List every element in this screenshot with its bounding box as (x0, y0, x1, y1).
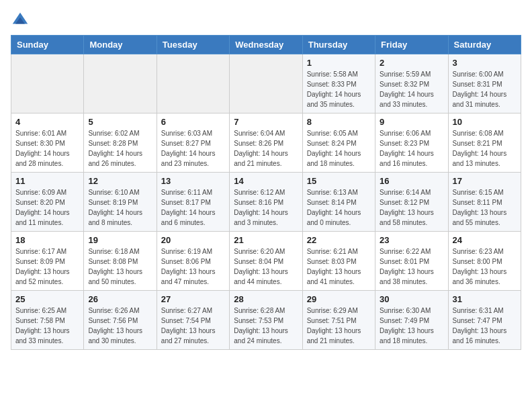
day-info: Sunrise: 6:00 AM Sunset: 8:31 PM Dayligh… (453, 69, 517, 109)
calendar-week-row: 18Sunrise: 6:17 AM Sunset: 8:09 PM Dayli… (11, 232, 521, 291)
calendar-cell: 3Sunrise: 6:00 AM Sunset: 8:31 PM Daylig… (448, 54, 521, 113)
header-tuesday: Tuesday (157, 36, 229, 54)
calendar-cell: 12Sunrise: 6:10 AM Sunset: 8:19 PM Dayli… (84, 173, 157, 232)
calendar-cell (157, 54, 229, 113)
calendar-cell: 26Sunrise: 6:26 AM Sunset: 7:56 PM Dayli… (84, 291, 157, 350)
calendar-cell: 10Sunrise: 6:08 AM Sunset: 8:21 PM Dayli… (448, 113, 521, 173)
day-info: Sunrise: 6:13 AM Sunset: 8:14 PM Dayligh… (307, 187, 371, 228)
day-number: 17 (453, 176, 517, 186)
header-thursday: Thursday (302, 36, 375, 54)
day-info: Sunrise: 6:19 AM Sunset: 8:06 PM Dayligh… (161, 246, 225, 287)
day-info: Sunrise: 6:08 AM Sunset: 8:21 PM Dayligh… (453, 128, 517, 169)
day-number: 12 (88, 176, 152, 186)
day-info: Sunrise: 6:05 AM Sunset: 8:24 PM Dayligh… (307, 128, 371, 169)
day-number: 9 (380, 117, 443, 127)
day-number: 18 (15, 235, 79, 245)
calendar-cell: 6Sunrise: 6:03 AM Sunset: 8:27 PM Daylig… (157, 113, 229, 173)
calendar-cell: 25Sunrise: 6:25 AM Sunset: 7:58 PM Dayli… (11, 291, 84, 350)
calendar-cell: 5Sunrise: 6:02 AM Sunset: 8:28 PM Daylig… (84, 113, 157, 173)
day-number: 31 (453, 294, 517, 304)
day-number: 21 (234, 235, 298, 245)
day-number: 4 (15, 117, 79, 127)
day-number: 10 (453, 117, 517, 127)
calendar-cell: 18Sunrise: 6:17 AM Sunset: 8:09 PM Dayli… (11, 232, 84, 291)
day-info: Sunrise: 5:59 AM Sunset: 8:32 PM Dayligh… (380, 69, 443, 109)
day-info: Sunrise: 6:18 AM Sunset: 8:08 PM Dayligh… (88, 246, 152, 287)
day-info: Sunrise: 6:14 AM Sunset: 8:12 PM Dayligh… (380, 187, 443, 228)
day-number: 2 (380, 58, 443, 68)
header-wednesday: Wednesday (230, 36, 302, 54)
day-info: Sunrise: 6:28 AM Sunset: 7:53 PM Dayligh… (234, 306, 298, 346)
day-number: 15 (307, 176, 371, 186)
day-number: 16 (380, 176, 443, 186)
day-number: 25 (15, 294, 79, 304)
day-number: 23 (380, 235, 443, 245)
day-number: 30 (380, 294, 443, 304)
calendar-cell: 23Sunrise: 6:22 AM Sunset: 8:01 PM Dayli… (375, 232, 448, 291)
day-number: 8 (307, 117, 371, 127)
calendar-table: Sunday Monday Tuesday Wednesday Thursday… (11, 35, 521, 350)
calendar-cell: 7Sunrise: 6:04 AM Sunset: 8:26 PM Daylig… (230, 113, 302, 173)
logo-icon (11, 11, 30, 30)
calendar-cell: 27Sunrise: 6:27 AM Sunset: 7:54 PM Dayli… (157, 291, 229, 350)
calendar-week-row: 25Sunrise: 6:25 AM Sunset: 7:58 PM Dayli… (11, 291, 521, 350)
calendar-cell: 22Sunrise: 6:21 AM Sunset: 8:03 PM Dayli… (302, 232, 375, 291)
calendar-cell: 28Sunrise: 6:28 AM Sunset: 7:53 PM Dayli… (230, 291, 302, 350)
day-number: 26 (88, 294, 152, 304)
day-info: Sunrise: 6:10 AM Sunset: 8:19 PM Dayligh… (88, 187, 152, 228)
header-friday: Friday (375, 36, 448, 54)
page-header (11, 11, 521, 30)
calendar-header-row: Sunday Monday Tuesday Wednesday Thursday… (11, 36, 521, 54)
day-info: Sunrise: 6:20 AM Sunset: 8:04 PM Dayligh… (234, 246, 298, 287)
day-number: 11 (15, 176, 79, 186)
calendar-cell: 8Sunrise: 6:05 AM Sunset: 8:24 PM Daylig… (302, 113, 375, 173)
day-info: Sunrise: 6:21 AM Sunset: 8:03 PM Dayligh… (307, 246, 371, 287)
day-info: Sunrise: 6:27 AM Sunset: 7:54 PM Dayligh… (161, 306, 225, 346)
day-number: 29 (307, 294, 371, 304)
day-info: Sunrise: 6:12 AM Sunset: 8:16 PM Dayligh… (234, 187, 298, 228)
day-number: 20 (161, 235, 225, 245)
day-number: 27 (161, 294, 225, 304)
calendar-cell: 4Sunrise: 6:01 AM Sunset: 8:30 PM Daylig… (11, 113, 84, 173)
day-info: Sunrise: 6:29 AM Sunset: 7:51 PM Dayligh… (307, 306, 371, 346)
calendar-cell: 30Sunrise: 6:30 AM Sunset: 7:49 PM Dayli… (375, 291, 448, 350)
calendar-cell: 19Sunrise: 6:18 AM Sunset: 8:08 PM Dayli… (84, 232, 157, 291)
day-number: 22 (307, 235, 371, 245)
day-info: Sunrise: 6:03 AM Sunset: 8:27 PM Dayligh… (161, 128, 225, 169)
calendar-week-row: 4Sunrise: 6:01 AM Sunset: 8:30 PM Daylig… (11, 113, 521, 173)
day-info: Sunrise: 6:30 AM Sunset: 7:49 PM Dayligh… (380, 306, 443, 346)
day-info: Sunrise: 6:25 AM Sunset: 7:58 PM Dayligh… (15, 306, 79, 346)
calendar-week-row: 11Sunrise: 6:09 AM Sunset: 8:20 PM Dayli… (11, 173, 521, 232)
day-info: Sunrise: 6:23 AM Sunset: 8:00 PM Dayligh… (453, 246, 517, 287)
day-info: Sunrise: 6:26 AM Sunset: 7:56 PM Dayligh… (88, 306, 152, 346)
calendar-cell (11, 54, 84, 113)
calendar-cell: 20Sunrise: 6:19 AM Sunset: 8:06 PM Dayli… (157, 232, 229, 291)
day-number: 13 (161, 176, 225, 186)
day-number: 14 (234, 176, 298, 186)
day-number: 28 (234, 294, 298, 304)
calendar-cell (84, 54, 157, 113)
day-info: Sunrise: 6:02 AM Sunset: 8:28 PM Dayligh… (88, 128, 152, 169)
day-info: Sunrise: 6:01 AM Sunset: 8:30 PM Dayligh… (15, 128, 79, 169)
calendar-cell: 1Sunrise: 5:58 AM Sunset: 8:33 PM Daylig… (302, 54, 375, 113)
header-monday: Monday (84, 36, 157, 54)
day-info: Sunrise: 6:17 AM Sunset: 8:09 PM Dayligh… (15, 246, 79, 287)
day-info: Sunrise: 6:04 AM Sunset: 8:26 PM Dayligh… (234, 128, 298, 169)
calendar-cell: 13Sunrise: 6:11 AM Sunset: 8:17 PM Dayli… (157, 173, 229, 232)
day-number: 7 (234, 117, 298, 127)
calendar-cell (230, 54, 302, 113)
calendar-cell: 9Sunrise: 6:06 AM Sunset: 8:23 PM Daylig… (375, 113, 448, 173)
calendar-cell: 31Sunrise: 6:31 AM Sunset: 7:47 PM Dayli… (448, 291, 521, 350)
header-sunday: Sunday (11, 36, 84, 54)
day-info: Sunrise: 5:58 AM Sunset: 8:33 PM Dayligh… (307, 69, 371, 109)
day-number: 6 (161, 117, 225, 127)
calendar-cell: 17Sunrise: 6:15 AM Sunset: 8:11 PM Dayli… (448, 173, 521, 232)
day-number: 24 (453, 235, 517, 245)
day-number: 5 (88, 117, 152, 127)
day-info: Sunrise: 6:31 AM Sunset: 7:47 PM Dayligh… (453, 306, 517, 346)
calendar-cell: 24Sunrise: 6:23 AM Sunset: 8:00 PM Dayli… (448, 232, 521, 291)
day-number: 1 (307, 58, 371, 68)
logo (11, 11, 32, 30)
day-info: Sunrise: 6:09 AM Sunset: 8:20 PM Dayligh… (15, 187, 79, 228)
day-number: 19 (88, 235, 152, 245)
